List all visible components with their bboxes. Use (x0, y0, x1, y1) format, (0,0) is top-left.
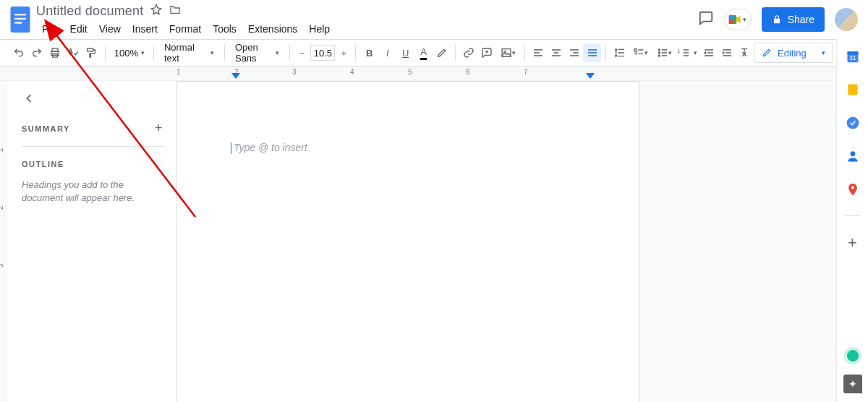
indent-marker-right[interactable] (586, 73, 595, 79)
docs-logo[interactable] (4, 0, 36, 38)
text-cursor (231, 142, 231, 154)
account-avatar[interactable] (835, 8, 858, 31)
paragraph-style-value: Normal text (164, 42, 210, 64)
ruler-mark: 4 (350, 68, 354, 76)
vruler-mark: 3 (0, 264, 4, 268)
zoom-select[interactable]: 100% ▾ (110, 48, 149, 59)
svg-rect-1 (14, 14, 26, 15)
undo-button[interactable] (10, 43, 28, 62)
comments-icon[interactable] (698, 10, 714, 29)
side-panel-separator (845, 215, 861, 216)
chevron-down-icon: ▾ (210, 49, 214, 56)
keep-icon[interactable] (846, 82, 860, 97)
move-to-folder-icon[interactable] (169, 4, 181, 17)
indent-button[interactable] (718, 43, 736, 62)
share-button[interactable]: Share (762, 7, 825, 32)
outline-heading: OUTLINE (22, 160, 163, 168)
underline-button[interactable]: U (396, 43, 414, 62)
checklist-button[interactable]: ▾ (629, 43, 652, 62)
contacts-icon[interactable] (846, 149, 860, 163)
chevron-down-icon: ▾ (512, 49, 516, 56)
page[interactable]: Type @ to insert (176, 81, 639, 402)
align-center-button[interactable] (547, 43, 565, 62)
italic-button[interactable]: I (378, 43, 396, 62)
add-summary-button[interactable]: + (155, 121, 163, 136)
font-family-value: Open Sans (235, 42, 276, 64)
svg-rect-20 (848, 85, 857, 95)
outline-sidebar: SUMMARY + OUTLINE Headings you add to th… (7, 81, 176, 402)
chevron-down-icon: ▾ (276, 49, 279, 56)
toolbar: 100% ▾ Normal text ▾ Open Sans ▾ − + B I… (0, 39, 868, 67)
editing-mode-label: Editing (778, 48, 807, 59)
menu-help[interactable]: Help (303, 21, 336, 37)
bulleted-list-button[interactable]: ▾ (652, 43, 676, 62)
font-size-increase[interactable]: + (336, 44, 351, 61)
ruler-mark: 5 (408, 68, 412, 76)
ruler-mark: 3 (292, 68, 297, 76)
svg-point-22 (850, 151, 855, 156)
menu-view[interactable]: View (93, 21, 127, 37)
menu-format[interactable]: Format (163, 21, 207, 37)
numbered-list-button[interactable]: 1▾ (676, 43, 699, 62)
menu-tools[interactable]: Tools (207, 21, 242, 37)
chevron-down-icon: ▾ (694, 49, 697, 56)
line-spacing-button[interactable] (610, 43, 629, 62)
ruler-mark: 7 (524, 68, 528, 76)
show-side-panel-button[interactable]: › (856, 382, 859, 393)
editor-area: 1 2 3 SUMMARY + OUTLINE Headings you add… (0, 81, 868, 402)
share-button-label: Share (788, 14, 814, 25)
svg-rect-10 (88, 48, 93, 51)
spellcheck-button[interactable] (64, 43, 82, 62)
indent-marker-left[interactable] (231, 73, 240, 79)
font-family-select[interactable]: Open Sans ▾ (229, 43, 285, 62)
menu-insert[interactable]: Insert (127, 21, 163, 37)
clear-formatting-button[interactable] (736, 43, 754, 62)
horizontal-ruler[interactable]: 1 2 3 4 5 6 7 (0, 67, 868, 81)
align-left-button[interactable] (529, 43, 548, 62)
star-icon[interactable] (150, 4, 162, 18)
align-justify-button[interactable] (583, 43, 601, 62)
zoom-value: 100% (114, 48, 138, 59)
meet-button[interactable]: ▾ (724, 9, 752, 30)
paint-format-button[interactable] (82, 43, 101, 62)
svg-point-14 (658, 49, 660, 51)
menu-bar: File Edit View Insert Format Tools Exten… (36, 21, 336, 37)
redo-button[interactable] (28, 43, 46, 62)
chevron-down-icon: ▾ (822, 49, 825, 56)
insert-image-button[interactable]: ▾ (496, 43, 520, 62)
document-title[interactable]: Untitled document (36, 4, 143, 19)
document-canvas[interactable]: Type @ to insert (176, 81, 868, 402)
svg-point-15 (658, 52, 660, 54)
menu-edit[interactable]: Edit (64, 21, 93, 37)
print-button[interactable] (46, 43, 64, 62)
font-size-decrease[interactable]: − (294, 44, 309, 61)
font-size-input[interactable] (310, 45, 335, 61)
bold-button[interactable]: B (360, 43, 378, 62)
insert-link-button[interactable] (460, 43, 478, 62)
close-outline-button[interactable] (22, 91, 36, 108)
svg-rect-13 (634, 49, 637, 51)
svg-rect-3 (14, 22, 22, 23)
maps-icon[interactable] (846, 182, 860, 197)
paragraph-style-select[interactable]: Normal text ▾ (158, 43, 220, 62)
svg-point-21 (846, 117, 859, 129)
chevron-down-icon: ▾ (668, 49, 672, 56)
grammarly-icon[interactable] (844, 347, 861, 364)
text-color-button[interactable]: A (414, 43, 433, 62)
calendar-icon[interactable]: 31 (846, 49, 860, 64)
highlight-color-button[interactable] (433, 43, 451, 62)
svg-rect-11 (502, 49, 511, 57)
editing-mode-select[interactable]: Editing ▾ (754, 43, 833, 63)
menu-file[interactable]: File (36, 21, 64, 37)
align-right-button[interactable] (565, 43, 583, 62)
get-addons-button[interactable]: + (848, 235, 857, 251)
menu-extensions[interactable]: Extensions (242, 21, 303, 37)
vertical-ruler[interactable]: 1 2 3 (0, 81, 7, 402)
chevron-down-icon: ▾ (141, 49, 145, 56)
svg-point-23 (851, 186, 854, 189)
tasks-icon[interactable] (846, 116, 860, 130)
app-header: Untitled document File Edit View Insert … (0, 0, 868, 39)
insert-comment-button[interactable] (478, 43, 496, 62)
svg-point-16 (658, 55, 660, 56)
outdent-button[interactable] (699, 43, 718, 62)
